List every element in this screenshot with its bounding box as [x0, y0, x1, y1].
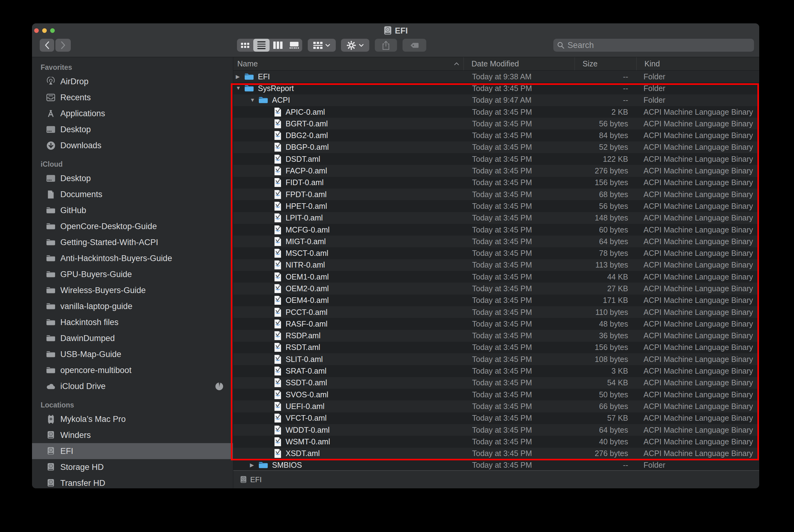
- sidebar-item-efi[interactable]: EFI: [32, 443, 233, 459]
- date-modified: Today at 3:45 PM: [463, 449, 575, 458]
- file-name: MCFG-0.aml: [285, 225, 330, 234]
- disclosure-expanded-icon[interactable]: ▼: [236, 85, 244, 91]
- sidebar-item-vanilla-laptop-guide[interactable]: vanilla-laptop-guide: [32, 298, 233, 314]
- action-menu-button[interactable]: [341, 39, 369, 52]
- sidebar-item-anti-hackintosh-buyers-guide[interactable]: Anti-Hackintosh-Buyers-Guide: [32, 250, 233, 266]
- share-button[interactable]: [375, 39, 397, 52]
- file-name: PCCT-0.aml: [285, 308, 328, 317]
- list-row-file[interactable]: DSDT.amlToday at 3:45 PM122 KBACPI Machi…: [233, 153, 759, 165]
- list-row-file[interactable]: FACP-0.amlToday at 3:45 PM276 bytesACPI …: [233, 165, 759, 176]
- minimize-button[interactable]: [42, 28, 47, 33]
- list-row-file[interactable]: VFCT-0.amlToday at 3:45 PM57 KBACPI Mach…: [233, 412, 759, 424]
- zoom-button[interactable]: [50, 28, 55, 33]
- forward-button[interactable]: [55, 39, 71, 52]
- disclosure-collapsed-icon[interactable]: ▶: [250, 462, 259, 468]
- list-row-folder[interactable]: ▶EFIToday at 9:38 AM--Folder: [233, 71, 759, 82]
- chevron-down-icon: [325, 44, 330, 47]
- sidebar-item-airdrop[interactable]: AirDrop: [32, 74, 233, 90]
- sidebar-item-opencore-multiboot[interactable]: opencore-multiboot: [32, 362, 233, 378]
- column-header-kind[interactable]: Kind: [636, 57, 759, 71]
- date-modified: Today at 3:45 PM: [463, 355, 575, 364]
- list-row-file[interactable]: XSDT.amlToday at 3:45 PM276 bytesACPI Ma…: [233, 448, 759, 459]
- sidebar-item-gpu-buyers-guide[interactable]: GPU-Buyers-Guide: [32, 266, 233, 282]
- sidebar-item-dawindumped[interactable]: DawinDumped: [32, 330, 233, 346]
- sidebar-item-wireless-buyers-guide[interactable]: Wireless-Buyers-Guide: [32, 282, 233, 298]
- list-row-file[interactable]: RSDT.amlToday at 3:45 PM156 bytesACPI Ma…: [233, 342, 759, 353]
- back-button[interactable]: [40, 39, 54, 52]
- list-row-file[interactable]: DBGP-0.amlToday at 3:45 PM52 bytesACPI M…: [233, 141, 759, 153]
- list-row-file[interactable]: FIDT-0.amlToday at 3:45 PM156 bytesACPI …: [233, 177, 759, 189]
- list-row-folder[interactable]: ▶SMBIOSToday at 3:45 PM--Folder: [233, 459, 759, 470]
- list-row-file[interactable]: MIGT-0.amlToday at 3:45 PM64 bytesACPI M…: [233, 235, 759, 247]
- list-row-file[interactable]: MCFG-0.amlToday at 3:45 PM60 bytesACPI M…: [233, 224, 759, 235]
- column-header-size[interactable]: Size: [575, 57, 636, 71]
- sidebar-item-desktop[interactable]: Desktop: [32, 170, 233, 186]
- list-row-file[interactable]: PCCT-0.amlToday at 3:45 PM110 bytesACPI …: [233, 306, 759, 318]
- file-size: 84 bytes: [575, 131, 636, 140]
- sidebar-item-storage-hd[interactable]: Storage HD: [32, 459, 233, 475]
- column-view-button[interactable]: [270, 39, 286, 52]
- list-row-file[interactable]: MSCT-0.amlToday at 3:45 PM78 bytesACPI M…: [233, 247, 759, 259]
- list-row-file[interactable]: FPDT-0.amlToday at 3:45 PM68 bytesACPI M…: [233, 189, 759, 200]
- sidebar-item-icloud-drive[interactable]: iCloud Drive: [32, 378, 233, 394]
- file-size: 110 bytes: [575, 308, 636, 317]
- date-modified: Today at 3:45 PM: [463, 461, 575, 470]
- aml-file-icon: [274, 178, 282, 187]
- list-row-folder[interactable]: ▼ACPIToday at 9:47 AM--Folder: [233, 94, 759, 106]
- list-row-file[interactable]: SRAT-0.amlToday at 3:45 PM3 KBACPI Machi…: [233, 365, 759, 377]
- sidebar-item-documents[interactable]: Documents: [32, 186, 233, 202]
- list-row-file[interactable]: HPET-0.amlToday at 3:45 PM56 bytesACPI M…: [233, 200, 759, 212]
- aml-file-icon: [274, 449, 282, 458]
- list-row-file[interactable]: OEM2-0.amlToday at 3:45 PM27 KBACPI Mach…: [233, 283, 759, 294]
- list-row-file[interactable]: UEFI-0.amlToday at 3:45 PM66 bytesACPI M…: [233, 400, 759, 412]
- close-button[interactable]: [34, 28, 39, 33]
- list-row-file[interactable]: WDDT-0.amlToday at 3:45 PM64 bytesACPI M…: [233, 424, 759, 436]
- list-row-file[interactable]: APIC-0.amlToday at 3:45 PM2 KBACPI Machi…: [233, 106, 759, 118]
- list-row-file[interactable]: SVOS-0.amlToday at 3:45 PM50 bytesACPI M…: [233, 389, 759, 400]
- list-row-file[interactable]: OEM4-0.amlToday at 3:45 PM171 KBACPI Mac…: [233, 294, 759, 306]
- list-row-file[interactable]: OEM1-0.amlToday at 3:45 PM44 KBACPI Mach…: [233, 271, 759, 283]
- file-kind: ACPI Machine Language Binary: [636, 155, 759, 164]
- list-row-file[interactable]: DBG2-0.amlToday at 3:45 PM84 bytesACPI M…: [233, 130, 759, 141]
- drive-icon: [45, 447, 56, 455]
- sidebar-item-recents[interactable]: Recents: [32, 90, 233, 106]
- list-row-file[interactable]: RASF-0.amlToday at 3:45 PM48 bytesACPI M…: [233, 318, 759, 330]
- drive-icon: [45, 463, 56, 471]
- file-name: SysReport: [258, 84, 294, 93]
- list-row-file[interactable]: SSDT-0.amlToday at 3:45 PM54 KBACPI Mach…: [233, 377, 759, 389]
- column-header-date-modified[interactable]: Date Modified: [463, 57, 575, 71]
- sidebar-item-applications[interactable]: Applications: [32, 106, 233, 121]
- column-header-name[interactable]: Name: [233, 57, 463, 71]
- sidebar-item-github[interactable]: GitHub: [32, 202, 233, 218]
- sidebar-item-winders[interactable]: Winders: [32, 427, 233, 443]
- file-name: DBG2-0.aml: [285, 131, 328, 140]
- sidebar-item-getting-started-with-acpi[interactable]: Getting-Started-With-ACPI: [32, 234, 233, 250]
- list-view-button[interactable]: [253, 39, 270, 52]
- icon-view-button[interactable]: [237, 39, 253, 52]
- sidebar-item-mykola-s-mac-pro[interactable]: Mykola’s Mac Pro: [32, 411, 233, 427]
- sidebar-item-hackintosh-files[interactable]: Hackintosh files: [32, 314, 233, 330]
- sidebar-item-usb-map-guide[interactable]: USB-Map-Guide: [32, 346, 233, 362]
- list-row-file[interactable]: NITR-0.amlToday at 3:45 PM113 bytesACPI …: [233, 259, 759, 271]
- list-row-file[interactable]: WSMT-0.amlToday at 3:45 PM40 bytesACPI M…: [233, 436, 759, 448]
- aml-file-icon: [274, 413, 282, 423]
- tag-button[interactable]: [403, 39, 426, 52]
- recents-icon: [45, 94, 56, 101]
- search-field[interactable]: [553, 39, 754, 52]
- sidebar-item-desktop[interactable]: Desktop: [32, 121, 233, 137]
- list-row-file[interactable]: BGRT-0.amlToday at 3:45 PM56 bytesACPI M…: [233, 118, 759, 130]
- search-input[interactable]: [567, 40, 750, 51]
- sidebar-item-transfer-hd[interactable]: Transfer HD: [32, 475, 233, 488]
- gallery-view-button[interactable]: [286, 39, 302, 52]
- disclosure-collapsed-icon[interactable]: ▶: [236, 74, 244, 80]
- list-row-file[interactable]: RSDP.amlToday at 3:45 PM36 bytesACPI Mac…: [233, 330, 759, 342]
- list-row-file[interactable]: SLIT-0.amlToday at 3:45 PM108 bytesACPI …: [233, 353, 759, 365]
- disclosure-expanded-icon[interactable]: ▼: [250, 97, 259, 103]
- list-row-file[interactable]: LPIT-0.amlToday at 3:45 PM148 bytesACPI …: [233, 212, 759, 224]
- group-by-button[interactable]: [308, 39, 336, 52]
- folder-icon: [45, 223, 56, 230]
- sidebar-item-downloads[interactable]: Downloads: [32, 137, 233, 153]
- list-row-folder[interactable]: ▼SysReportToday at 3:45 PM--Folder: [233, 82, 759, 94]
- sidebar-item-opencore-desktop-guide[interactable]: OpenCore-Desktop-Guide: [32, 218, 233, 234]
- chevron-down-icon: [359, 44, 364, 47]
